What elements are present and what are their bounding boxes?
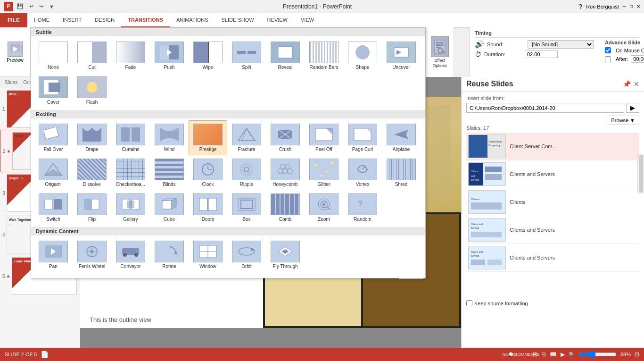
keep-source-checkbox[interactable] <box>466 300 472 306</box>
tab-insert[interactable]: INSERT <box>56 13 88 27</box>
trans-random[interactable]: ? Random <box>343 190 382 225</box>
trans-crush-label: Crush <box>279 147 292 152</box>
trans-pan[interactable]: Pan <box>34 237 73 272</box>
reuse-slide-2[interactable]: ClientsandServers Clients and Servers <box>466 160 639 188</box>
trans-reveal[interactable]: Reveal <box>266 38 305 73</box>
trans-push[interactable]: Push <box>150 38 189 73</box>
trans-comb[interactable]: Comb <box>266 190 305 225</box>
preview-button[interactable]: Preview <box>2 40 28 64</box>
tab-home[interactable]: HOME <box>27 13 56 27</box>
reuse-slide-3[interactable]: Clients Clients <box>466 188 639 216</box>
trans-uncover[interactable]: Uncover <box>382 38 421 73</box>
trans-flash[interactable]: Flash <box>73 73 111 108</box>
trans-ripple[interactable]: Ripple <box>227 155 266 190</box>
trans-window[interactable]: Window <box>189 237 227 272</box>
slide-info-icon[interactable]: 📄 <box>41 351 49 358</box>
fit-slide-btn[interactable]: ⊡ <box>635 351 639 358</box>
reuse-close-button[interactable]: ✕ <box>634 80 639 88</box>
trans-cut[interactable]: Cut <box>73 38 111 73</box>
trans-ferris-wheel[interactable]: Ferris Wheel <box>73 237 111 272</box>
trans-peel-off[interactable]: Peel Off <box>305 120 343 155</box>
trans-checkerboard[interactable]: Checkerboa... <box>111 155 150 190</box>
sound-select[interactable]: [No Sound] <box>528 40 594 49</box>
undo-qat-button[interactable]: ↩ <box>27 2 35 10</box>
trans-page-curl[interactable]: Page Curl <box>343 120 382 155</box>
mouse-click-checkbox[interactable] <box>605 47 611 53</box>
reading-view-btn[interactable]: 📖 <box>550 351 557 358</box>
restore-button[interactable]: □ <box>630 4 633 9</box>
zoom-slider[interactable] <box>579 352 617 357</box>
slide-sorter-btn[interactable]: ⊟ <box>541 351 546 358</box>
reuse-scroll-bar[interactable] <box>637 154 644 193</box>
trans-blinds[interactable]: Blinds <box>150 155 189 190</box>
trans-airplane[interactable]: Airplane <box>382 120 421 155</box>
trans-crush[interactable]: Crush <box>266 120 305 155</box>
tab-animations[interactable]: ANIMATIONS <box>170 13 215 27</box>
trans-gallery[interactable]: Gallery <box>111 190 150 225</box>
trans-cover-icon <box>39 76 68 98</box>
tab-design[interactable]: DESIGN <box>88 13 121 27</box>
slides-tab[interactable]: Slides <box>2 79 20 86</box>
tab-view[interactable]: VIEW <box>294 13 321 27</box>
trans-prestige[interactable]: Prestige <box>189 120 227 155</box>
timing-left: 🔊 Sound: [No Sound] ⏱ Duration: <box>475 40 594 65</box>
tab-file[interactable]: FILE <box>0 13 27 27</box>
trans-fly-through[interactable]: Fly Through <box>266 237 305 272</box>
trans-clock[interactable]: Clock <box>189 155 227 190</box>
trans-dissolve[interactable]: Dissolve <box>73 155 111 190</box>
trans-page-curl-label: Page Curl <box>352 147 373 152</box>
duration-input[interactable] <box>525 50 558 58</box>
save-qat-button[interactable]: 💾 <box>15 2 25 10</box>
normal-view-btn[interactable]: ⊞ <box>533 351 537 358</box>
trans-vortex[interactable]: Vortex <box>343 155 382 190</box>
user-name[interactable]: Ron Bergquist <box>586 4 619 9</box>
redo-qat-button[interactable]: ↪ <box>37 2 45 10</box>
tab-slideshow[interactable]: SLIDE SHOW <box>215 13 261 27</box>
slideshow-btn[interactable]: ▶ <box>561 351 565 358</box>
trans-cube[interactable]: Cube <box>150 190 189 225</box>
effect-options-button[interactable]: EffectOptions <box>426 27 454 77</box>
trans-random-bars[interactable]: Random Bars <box>305 38 343 73</box>
trans-fracture[interactable]: Fracture <box>227 120 266 155</box>
reuse-go-button[interactable]: ▶ <box>626 103 639 113</box>
scroll-thumb[interactable] <box>639 155 643 193</box>
trans-fall-over[interactable]: Fall Over <box>34 120 73 155</box>
trans-cover[interactable]: Cover <box>34 73 73 108</box>
after-checkbox[interactable] <box>605 56 611 62</box>
trans-fade[interactable]: Fade <box>111 38 150 73</box>
trans-curtains[interactable]: Curtains <box>111 120 150 155</box>
tab-transitions[interactable]: TRANSITIONS <box>121 13 170 27</box>
duration-label: Duration: <box>484 51 522 57</box>
close-button[interactable]: ✕ <box>636 4 640 9</box>
trans-wipe[interactable]: Wipe <box>189 38 227 73</box>
browse-button[interactable]: Browse ▼ <box>607 116 639 125</box>
trans-glitter[interactable]: Glitter <box>305 155 343 190</box>
after-input[interactable] <box>631 55 644 63</box>
trans-flip[interactable]: Flip <box>73 190 111 225</box>
trans-switch[interactable]: Switch <box>34 190 73 225</box>
customize-qat-button[interactable]: ▼ <box>47 3 56 10</box>
trans-shape[interactable]: Shape <box>343 38 382 73</box>
trans-box[interactable]: Box <box>227 190 266 225</box>
trans-doors[interactable]: Doors <box>189 190 227 225</box>
trans-shred[interactable]: Shred <box>382 155 421 190</box>
trans-conveyor[interactable]: Conveyor <box>111 237 150 272</box>
reuse-path-input[interactable] <box>466 103 624 113</box>
reuse-slide-4[interactable]: Clients andServers Clients and Servers <box>466 216 639 244</box>
trans-split[interactable]: Split <box>227 38 266 73</box>
trans-honeycomb[interactable]: Honeycomb <box>266 155 305 190</box>
trans-drape[interactable]: Drape <box>73 120 111 155</box>
reuse-pin-button[interactable]: 📌 <box>623 80 631 88</box>
help-button[interactable]: ? <box>578 3 582 10</box>
trans-orbit[interactable]: Orbit <box>227 237 266 272</box>
tab-review[interactable]: REVIEW <box>261 13 294 27</box>
reuse-slide-5[interactable]: Clients andServers Clients and Servers <box>466 244 639 272</box>
comments-button[interactable]: 💬COMMENTS <box>519 350 529 359</box>
trans-rotate[interactable]: Rotate <box>150 237 189 272</box>
trans-zoom[interactable]: Zoom <box>305 190 343 225</box>
reuse-slide-1[interactable]: Client-ServerComputing Client-Server Com… <box>466 133 639 160</box>
trans-origami[interactable]: Origami <box>34 155 73 190</box>
trans-wind[interactable]: Wind <box>150 120 189 155</box>
minimize-button[interactable]: ─ <box>623 4 626 9</box>
trans-none[interactable]: None <box>34 38 73 73</box>
